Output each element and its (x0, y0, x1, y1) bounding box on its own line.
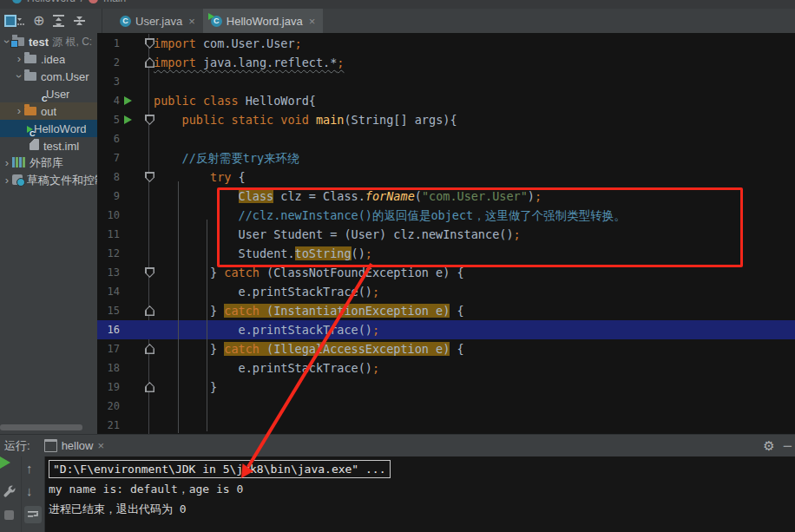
line-number: 11 (97, 225, 120, 244)
code-text: import com.User.User; (154, 34, 795, 53)
expand-all-icon[interactable] (52, 14, 65, 28)
tree-item-草稿文件和控制台[interactable]: ›草稿文件和控制台 (0, 172, 97, 189)
editor-tab[interactable]: CHelloWord.java× (203, 9, 324, 33)
tree-item-com.User[interactable]: ›com.User (0, 68, 97, 85)
line-number: 21 (97, 416, 120, 434)
tree-item-label: com.User (41, 70, 89, 83)
line-number: 12 (97, 244, 120, 263)
code-line-15[interactable]: 15 } catch (InstantiationException e) { (97, 301, 795, 320)
code-line-18[interactable]: 18 e.printStackTrace(); (97, 358, 795, 378)
code-text: Class clz = Class.forName("com.User.User… (154, 187, 795, 206)
line-number: 17 (97, 339, 120, 358)
run-line-icon[interactable] (124, 115, 132, 124)
method-icon (89, 0, 98, 3)
code-editor[interactable]: 1import com.User.User;2import java.lang.… (97, 33, 795, 434)
breadcrumb-item[interactable]: HelloWord (27, 0, 76, 4)
stop-icon[interactable] (4, 510, 14, 520)
code-line-11[interactable]: 11 User Student = (User) clz.newInstance… (97, 225, 795, 244)
horizontal-scrollbar[interactable] (0, 424, 82, 430)
hide-panel-icon[interactable]: ─ (784, 439, 792, 453)
run-badge-icon (208, 13, 214, 20)
console-toolbar: ↑ ↓ (0, 456, 45, 532)
close-icon[interactable]: × (309, 15, 316, 28)
wrench-icon[interactable] (3, 484, 16, 502)
line-number: 14 (97, 282, 120, 301)
folder-icon (24, 53, 36, 66)
locate-file-icon[interactable]: ⊕ (33, 14, 44, 28)
code-text: e.printStackTrace(); (154, 282, 795, 301)
file-icon (30, 139, 39, 153)
collapse-all-icon[interactable] (73, 14, 86, 28)
line-number: 18 (97, 358, 120, 378)
gear-icon[interactable]: ⚙ (763, 439, 774, 453)
close-icon[interactable]: × (97, 439, 104, 452)
run-tab[interactable]: hellow × (37, 435, 111, 458)
line-number: 16 (97, 320, 120, 339)
tree-item-label: User (46, 88, 69, 101)
view-selector-icon[interactable] (4, 14, 25, 28)
class-icon (12, 0, 22, 3)
line-number: 6 (97, 129, 120, 148)
console-output: "D:\F\environment\JDK in 5\jdk8\bin\java… (49, 458, 795, 532)
class-run-icon: C (211, 16, 222, 27)
code-text: public static void main(String[] args){ (154, 110, 795, 129)
code-text: } (154, 378, 795, 397)
line-number: 13 (97, 263, 120, 282)
chevron-right-icon[interactable]: › (14, 106, 24, 116)
chevron-right-icon[interactable]: › (2, 158, 12, 168)
tree-item-out[interactable]: ›out (0, 102, 97, 120)
code-line-1[interactable]: 1import com.User.User; (97, 34, 795, 53)
tree-item-User[interactable]: CUser (0, 85, 97, 102)
tree-item-label: 草稿文件和控制台 (27, 173, 97, 188)
editor-tab[interactable]: CUser.java× (112, 9, 203, 33)
run-console: ↑ ↓ "D:\F\environment\JDK in 5\jdk8\bin\… (0, 456, 795, 532)
close-icon[interactable]: × (188, 15, 195, 28)
code-line-16[interactable]: 16 e.printStackTrace(); (97, 320, 795, 339)
next-occurrence-icon[interactable]: ↓ (26, 483, 33, 498)
terminal-icon (44, 439, 57, 452)
tree-item-.idea[interactable]: ›.idea (0, 50, 97, 68)
tree-item-test.iml[interactable]: test.iml (0, 137, 97, 154)
tree-item-HelloWord[interactable]: CHelloWord (0, 120, 97, 137)
code-line-19[interactable]: 19 } (97, 378, 795, 397)
code-line-20[interactable]: 20 (97, 397, 795, 416)
chevron-right-icon[interactable]: › (14, 54, 24, 64)
top-bar: ⊕ CUser.java×CHelloWord.java× (0, 9, 795, 33)
code-line-5[interactable]: 5 public static void main(String[] args)… (97, 110, 795, 129)
code-line-3[interactable]: 3 (97, 72, 795, 91)
code-line-21[interactable]: 21 (97, 416, 795, 434)
prev-occurrence-icon[interactable]: ↑ (26, 461, 33, 476)
tree-item-suffix: 源 根, C: (52, 35, 92, 49)
code-line-2[interactable]: 2import java.lang.reflect.*; (97, 53, 795, 72)
tree-item-label: out (41, 105, 56, 118)
line-number: 8 (97, 167, 120, 187)
code-line-4[interactable]: 4public class HelloWord{ (97, 91, 795, 110)
code-line-10[interactable]: 10 //clz.newInstance()的返回值是object，这里做了个强… (97, 206, 795, 225)
line-number: 3 (97, 72, 120, 91)
code-line-12[interactable]: 12 Student.toString(); (97, 244, 795, 263)
soft-wrap-icon[interactable] (24, 506, 42, 523)
run-title: 运行: (0, 438, 37, 454)
chevron-right-icon[interactable]: › (2, 175, 12, 186)
code-line-7[interactable]: 7 //反射需要try来环绕 (97, 148, 795, 167)
run-line-icon[interactable] (124, 96, 132, 105)
line-number: 15 (97, 301, 120, 320)
line-number: 10 (97, 206, 120, 225)
tree-item-label: test.iml (43, 140, 79, 153)
breadcrumb-item[interactable]: main (103, 0, 126, 4)
code-line-8[interactable]: 8 try { (97, 167, 795, 187)
tree-item-test[interactable]: ›test源 根, C: (0, 33, 97, 50)
code-lines: 1import com.User.User;2import java.lang.… (97, 34, 795, 434)
code-line-9[interactable]: 9 Class clz = Class.forName("com.User.Us… (97, 187, 795, 206)
code-line-17[interactable]: 17 } catch (IllegalAccessException e) { (97, 339, 795, 358)
line-number: 4 (97, 91, 120, 110)
code-line-13[interactable]: 13 } catch (ClassNotFoundException e) { (97, 263, 795, 282)
rerun-icon[interactable] (0, 456, 10, 469)
code-line-6[interactable]: 6 (97, 129, 795, 148)
indent-guide (178, 181, 179, 433)
chevron-down-icon[interactable]: › (14, 71, 24, 82)
code-line-14[interactable]: 14 e.printStackTrace(); (97, 282, 795, 301)
console-line: "D:\F\environment\JDK in 5\jdk8\bin\java… (49, 458, 795, 479)
line-number: 5 (97, 110, 120, 129)
tree-item-外部库[interactable]: ›外部库 (0, 154, 97, 172)
